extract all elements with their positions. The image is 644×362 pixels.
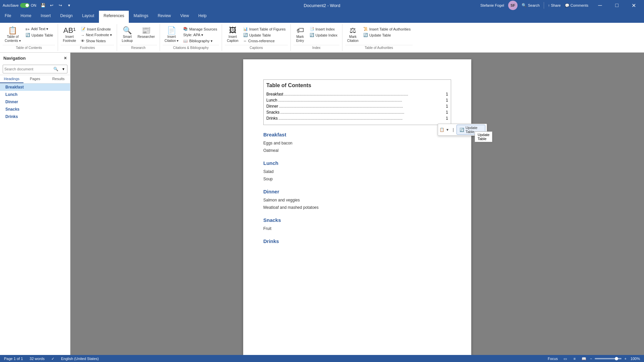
nav-search-box: 🔍 ▾ [3, 65, 67, 73]
index-group-label: Index [293, 45, 339, 50]
nav-tab-results[interactable]: Results [47, 75, 70, 83]
update-auth-label: Update Table [369, 33, 391, 37]
nav-item[interactable]: Breakfast [0, 83, 70, 91]
print-layout-btn[interactable]: ▭ [562, 355, 569, 362]
search-input[interactable] [3, 67, 52, 71]
show-notes-btn[interactable]: 👁 Show Notes [79, 38, 114, 44]
language[interactable]: English (United States) [60, 357, 100, 361]
insert-authorities-btn[interactable]: 📜 Insert Table of Authorities [361, 26, 413, 32]
page-info[interactable]: Page 1 of 1 [3, 357, 24, 361]
toc-dots: ........................................… [279, 104, 445, 109]
mark-entry-icon: 🏷 [297, 27, 304, 34]
search-button[interactable]: 🔍 [52, 65, 60, 73]
manage-sources-icon: 📚 [183, 27, 188, 31]
float-toc-icon[interactable]: 📋 [439, 126, 444, 133]
research-group-label: Research [120, 45, 157, 50]
update-index-btn[interactable]: 🔄 Update Index [308, 32, 339, 38]
style-btn[interactable]: Style: APA ▾ [181, 32, 219, 38]
tab-mailings[interactable]: Mailings [129, 11, 153, 23]
zoom-in-btn[interactable]: + [624, 357, 626, 361]
nav-item[interactable]: Lunch [0, 91, 70, 98]
tab-view[interactable]: View [176, 11, 194, 23]
window-title: Document2 - Word [304, 3, 340, 8]
bibliography-icon: 📖 [183, 39, 188, 43]
insert-table-figs-btn[interactable]: 📊 Insert Table of Figures [241, 26, 288, 32]
title-bar-left: AutoSave ON 💾 ↩ ↪ ▾ [3, 1, 73, 9]
add-text-btn[interactable]: ≡+ Add Text ▾ [23, 26, 55, 32]
undo-quick-btn[interactable]: ↩ [48, 1, 56, 9]
focus-mode-btn[interactable]: Focus [546, 357, 559, 361]
search-icon: 🔍 [53, 67, 58, 71]
smart-lookup-btn[interactable]: 🔍 SmartLookup [120, 25, 135, 44]
insert-footnote-btn[interactable]: AB¹ InsertFootnote [61, 25, 78, 44]
nav-tab-headings[interactable]: Headings [0, 75, 23, 83]
update-caption-table-btn[interactable]: 🔄 Update Table [241, 32, 288, 38]
insert-index-btn[interactable]: 📑 Insert Index [308, 26, 339, 32]
next-footnote-btn[interactable]: → Next Footnote ▾ [79, 32, 114, 38]
tab-home[interactable]: Home [16, 11, 36, 23]
toc-group-label: Table of Contents [3, 45, 55, 50]
insert-caption-btn[interactable]: 🖼 InsertCaption [225, 25, 240, 44]
nav-item[interactable]: Drinks [0, 113, 70, 120]
next-footnote-icon: → [81, 33, 85, 37]
read-mode-btn[interactable]: 📖 [581, 355, 587, 362]
nav-item[interactable]: Dinner [0, 98, 70, 106]
maximize-btn[interactable]: □ [609, 0, 625, 11]
section-heading: Dinner [263, 189, 451, 194]
tab-references[interactable]: References [99, 11, 129, 23]
close-btn[interactable]: ✕ [626, 0, 641, 11]
minimize-btn[interactable]: ─ [592, 0, 608, 11]
web-layout-btn[interactable]: ≡ [571, 355, 578, 362]
section-heading: Snacks [263, 217, 451, 223]
tab-file[interactable]: File [0, 11, 16, 23]
save-quick-btn[interactable]: 💾 [39, 1, 47, 9]
mark-citation-btn[interactable]: ⚖ MarkCitation [345, 25, 361, 44]
status-bar: Page 1 of 1 32 words ✓ English (United S… [0, 355, 644, 362]
manage-sources-btn[interactable]: 📚 Manage Sources [181, 26, 219, 32]
search-dropdown-btn[interactable]: ▾ [60, 65, 67, 73]
autosave-on-label: ON [31, 3, 37, 7]
tab-insert[interactable]: Insert [36, 11, 55, 23]
show-notes-label: Show Notes [86, 39, 106, 43]
section-heading: Breakfast [263, 132, 451, 137]
authorities-group-label: Table of Authorities [345, 45, 413, 50]
autosave-toggle[interactable]: AutoSave ON [3, 3, 36, 8]
tab-design[interactable]: Design [55, 11, 77, 23]
footnote-icon: AB¹ [63, 27, 76, 34]
nav-tab-pages[interactable]: Pages [23, 75, 47, 83]
insert-citation-btn[interactable]: 📄 InsertCitation ▾ [163, 25, 181, 44]
captions-group-label: Captions [225, 45, 287, 50]
nav-title: Navigation [3, 56, 25, 61]
word-count[interactable]: 32 words [28, 357, 46, 361]
zoom-level[interactable]: 100% [629, 357, 641, 361]
insert-endnote-btn[interactable]: 📝 Insert Endnote [79, 26, 114, 32]
researcher-btn[interactable]: 📰 Researcher [136, 25, 157, 40]
share-btn[interactable]: ↑ Share [548, 3, 561, 7]
float-dropdown-btn[interactable]: ▾ [445, 126, 450, 133]
bibliography-btn[interactable]: 📖 Bibliography ▾ [181, 38, 219, 44]
nav-options-btn[interactable]: × [64, 55, 67, 61]
mark-entry-btn[interactable]: 🏷 MarkEntry [293, 25, 307, 44]
cross-reference-btn[interactable]: ↔ Cross-reference [241, 38, 288, 44]
toc-dots: ........................................… [280, 110, 445, 115]
zoom-out-btn[interactable]: − [590, 357, 592, 361]
citations-group-label: Citations & Bibliography [163, 45, 219, 50]
comments-btn[interactable]: 💬 Comments [565, 3, 588, 8]
add-text-icon: ≡+ [25, 27, 30, 31]
update-auth-table-btn[interactable]: 🔄 Update Table [361, 32, 413, 38]
tab-help[interactable]: Help [194, 11, 211, 23]
caption-icon: 🖼 [229, 27, 236, 34]
zoom-slider[interactable] [595, 358, 622, 359]
customize-quick-btn[interactable]: ▾ [65, 1, 73, 9]
tab-review[interactable]: Review [153, 11, 175, 23]
ribbon-group-authorities: ⚖ MarkCitation 📜 Insert Table of Authori… [342, 24, 415, 51]
nav-item[interactable]: Snacks [0, 106, 70, 113]
update-table-btn[interactable]: 🔄 Update Table [23, 32, 55, 38]
quick-access-toolbar: 💾 ↩ ↪ ▾ [39, 1, 73, 9]
redo-quick-btn[interactable]: ↪ [56, 1, 64, 9]
table-of-contents-btn[interactable]: 📋 Table ofContents ▾ [3, 25, 23, 44]
search-ribbon[interactable]: 🔍 Search [522, 3, 540, 8]
document-area[interactable]: 📋 ▾ | 🔄 Update Table... Update Table Tab… [70, 53, 644, 355]
doc-paragraph: Meatloaf and mashed potatoes [263, 204, 451, 210]
tab-layout[interactable]: Layout [77, 11, 99, 23]
